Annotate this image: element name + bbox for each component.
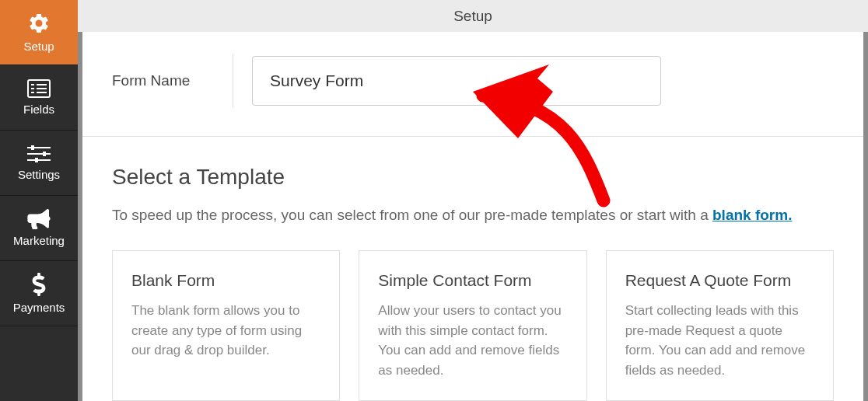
template-card-simple-contact[interactable]: Simple Contact Form Allow your users to … xyxy=(359,250,586,401)
gear-icon xyxy=(27,12,51,35)
template-card-desc: The blank form allows you to create any … xyxy=(131,301,320,361)
svg-rect-12 xyxy=(35,158,38,162)
dollar-icon xyxy=(32,273,46,296)
svg-rect-6 xyxy=(37,92,47,93)
sidebar: Setup Fields Se xyxy=(0,0,78,401)
blank-form-link[interactable]: blank form. xyxy=(712,207,792,223)
template-intro: To speed up the process, you can select … xyxy=(112,207,834,224)
bullhorn-icon xyxy=(27,209,51,229)
template-grid: Blank Form The blank form allows you to … xyxy=(112,250,834,401)
sidebar-item-label: Settings xyxy=(18,168,60,181)
sliders-icon xyxy=(27,145,51,163)
sidebar-item-payments[interactable]: Payments xyxy=(0,261,78,326)
template-card-title: Blank Form xyxy=(131,271,320,290)
template-card-desc: Allow your users to contact you with thi… xyxy=(378,301,567,380)
sidebar-item-marketing[interactable]: Marketing xyxy=(0,196,78,261)
sidebar-item-fields[interactable]: Fields xyxy=(0,65,78,131)
template-card-request-quote[interactable]: Request A Quote Form Start collecting le… xyxy=(606,250,834,401)
svg-rect-2 xyxy=(31,88,34,89)
sidebar-item-setup[interactable]: Setup xyxy=(0,0,78,65)
list-icon xyxy=(27,79,51,98)
template-card-title: Simple Contact Form xyxy=(378,271,567,290)
svg-rect-7 xyxy=(27,147,51,148)
form-name-input[interactable] xyxy=(252,56,661,106)
main: Setup Form Name Select a Template To spe… xyxy=(78,0,868,401)
svg-rect-10 xyxy=(31,145,34,150)
sidebar-item-label: Marketing xyxy=(13,234,65,247)
sidebar-item-label: Payments xyxy=(13,301,65,314)
svg-rect-11 xyxy=(43,152,46,156)
sidebar-item-settings[interactable]: Settings xyxy=(0,131,78,196)
template-heading: Select a Template xyxy=(112,165,834,190)
sidebar-item-label: Fields xyxy=(23,103,54,116)
svg-rect-8 xyxy=(27,153,51,155)
svg-rect-9 xyxy=(27,159,51,161)
page-title: Setup xyxy=(453,8,492,25)
svg-rect-1 xyxy=(31,84,34,85)
svg-rect-3 xyxy=(31,92,34,93)
form-name-row: Form Name xyxy=(82,32,863,137)
content: Form Name Select a Template To speed up … xyxy=(82,32,863,401)
template-card-desc: Start collecting leads with this pre-mad… xyxy=(625,301,814,380)
content-wrap: Form Name Select a Template To speed up … xyxy=(78,32,868,401)
form-name-label: Form Name xyxy=(112,54,233,108)
template-card-blank[interactable]: Blank Form The blank form allows you to … xyxy=(112,250,340,401)
svg-rect-4 xyxy=(37,84,47,85)
template-section: Select a Template To speed up the proces… xyxy=(82,137,863,401)
template-card-title: Request A Quote Form xyxy=(625,271,814,290)
sidebar-item-label: Setup xyxy=(23,40,54,53)
form-name-input-cell xyxy=(233,56,834,106)
topbar: Setup xyxy=(78,0,868,32)
svg-rect-5 xyxy=(37,88,47,89)
